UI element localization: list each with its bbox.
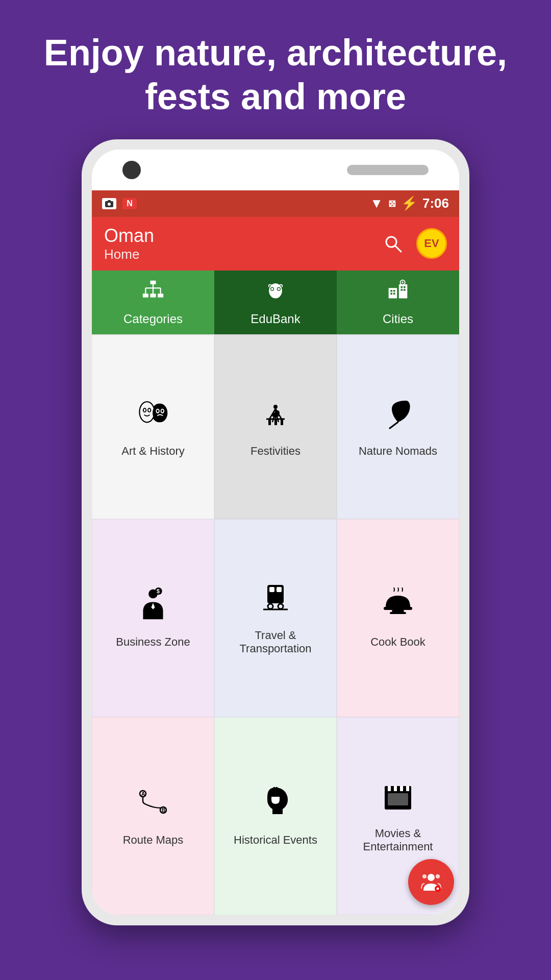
wifi-icon: ▼ (370, 195, 383, 211)
grid-item-route-maps[interactable]: A B Route Maps (92, 717, 214, 915)
dish-icon (382, 587, 414, 627)
svg-point-80 (436, 874, 440, 878)
svg-rect-8 (158, 293, 163, 297)
n-status-icon: N (122, 198, 137, 209)
svg-line-53 (390, 422, 398, 428)
app-subtitle: Home (104, 247, 154, 262)
svg-rect-66 (392, 610, 404, 612)
svg-rect-61 (267, 595, 284, 598)
hero-section: Enjoy nature, architecture, fests and mo… (0, 0, 551, 139)
carousel-icon (259, 397, 292, 436)
svg-rect-67 (390, 612, 406, 614)
grid-label-route-maps: Route Maps (123, 834, 184, 847)
svg-point-50 (276, 410, 280, 415)
ev-badge-button[interactable]: EV (416, 228, 447, 259)
svg-text:B: B (162, 807, 165, 813)
app-title: Oman (104, 225, 154, 247)
svg-rect-2 (108, 200, 111, 202)
svg-rect-23 (390, 292, 392, 295)
search-button[interactable] (380, 230, 406, 257)
hierarchy-icon (142, 279, 164, 309)
owl-icon (264, 279, 287, 309)
camera (122, 161, 141, 179)
svg-line-4 (395, 246, 401, 252)
svg-point-81 (422, 874, 427, 878)
businessman-icon: $ (137, 587, 169, 627)
tab-categories[interactable]: Categories (92, 271, 214, 334)
svg-rect-5 (151, 280, 156, 284)
train-icon (259, 581, 292, 621)
svg-rect-65 (384, 607, 412, 610)
photo-status-icon (102, 198, 116, 209)
category-grid: Art & History (92, 335, 459, 915)
phone-top-bezel (92, 150, 459, 190)
svg-rect-77 (406, 786, 409, 791)
svg-rect-21 (390, 290, 392, 292)
tab-categories-label: Categories (123, 312, 183, 326)
grid-item-business-zone[interactable]: $ Business Zone (92, 519, 214, 717)
tab-edubank-label: EduBank (251, 312, 300, 326)
app-header: Oman Home EV (92, 217, 459, 271)
svg-rect-26 (404, 286, 406, 288)
svg-rect-48 (281, 419, 283, 425)
svg-rect-46 (268, 419, 271, 425)
svg-point-35 (153, 403, 167, 422)
svg-line-52 (277, 417, 279, 422)
svg-point-1 (108, 203, 111, 206)
status-right: ▼ ⊠ ⚡ 7:06 (370, 195, 449, 211)
masks-icon (137, 397, 169, 436)
tab-edubank[interactable]: EduBank (214, 271, 337, 334)
grid-item-art-history[interactable]: Art & History (92, 335, 214, 520)
svg-rect-27 (401, 289, 403, 291)
signal-icon: ⊠ (388, 198, 396, 209)
svg-rect-74 (388, 786, 391, 791)
route-icon: A B (137, 786, 169, 825)
tab-cities[interactable]: Cities (337, 271, 459, 334)
svg-rect-25 (401, 286, 403, 288)
clapperboard-icon (382, 779, 414, 819)
grid-item-nature-nomads[interactable]: Nature Nomads (337, 335, 459, 520)
svg-rect-75 (394, 786, 397, 791)
phone-screen: N ▼ ⊠ ⚡ 7:06 Oman Home (92, 150, 459, 915)
svg-rect-76 (400, 786, 403, 791)
battery-icon: ⚡ (401, 195, 417, 211)
svg-point-18 (278, 288, 280, 290)
grid-item-cookbook[interactable]: Cook Book (337, 519, 459, 717)
fab-button[interactable] (408, 859, 454, 905)
svg-rect-7 (151, 293, 156, 297)
svg-point-17 (271, 288, 273, 290)
svg-point-41 (273, 405, 278, 409)
header-icons: EV (380, 228, 447, 259)
svg-point-63 (278, 604, 283, 609)
svg-rect-28 (404, 289, 406, 291)
svg-line-51 (272, 417, 274, 422)
svg-point-83 (437, 887, 439, 890)
svg-rect-22 (393, 290, 395, 292)
status-bar: N ▼ ⊠ ⚡ 7:06 (92, 190, 459, 217)
grid-label-historical-events: Historical Events (234, 834, 317, 847)
grid-label-travel: Travel & Transportation (223, 629, 328, 655)
svg-rect-47 (274, 419, 277, 425)
buildings-icon (387, 279, 409, 309)
app-title-block: Oman Home (104, 225, 154, 262)
phone-frame: N ▼ ⊠ ⚡ 7:06 Oman Home (82, 139, 469, 925)
grid-item-travel[interactable]: Travel & Transportation (214, 519, 337, 717)
clock: 7:06 (422, 195, 449, 211)
grid-item-historical-events[interactable]: Historical Events (214, 717, 337, 915)
tab-bar: Categories EduBank (92, 271, 459, 335)
grid-label-cookbook: Cook Book (370, 635, 425, 649)
grid-label-nature-nomads: Nature Nomads (359, 445, 437, 458)
svg-rect-78 (388, 793, 408, 805)
status-left-icons: N (102, 198, 137, 209)
svg-point-62 (268, 604, 273, 609)
svg-point-36 (141, 403, 153, 420)
grid-item-festivities[interactable]: Festivities (214, 335, 337, 520)
grid-label-festivities: Festivities (251, 445, 300, 458)
helmet-icon (259, 786, 292, 825)
svg-text:$: $ (157, 588, 160, 594)
svg-rect-19 (389, 288, 397, 298)
svg-rect-59 (269, 587, 274, 592)
tab-cities-label: Cities (383, 312, 413, 326)
leaf-icon (382, 397, 414, 436)
grid-label-movies: Movies & Entertainment (345, 827, 450, 853)
